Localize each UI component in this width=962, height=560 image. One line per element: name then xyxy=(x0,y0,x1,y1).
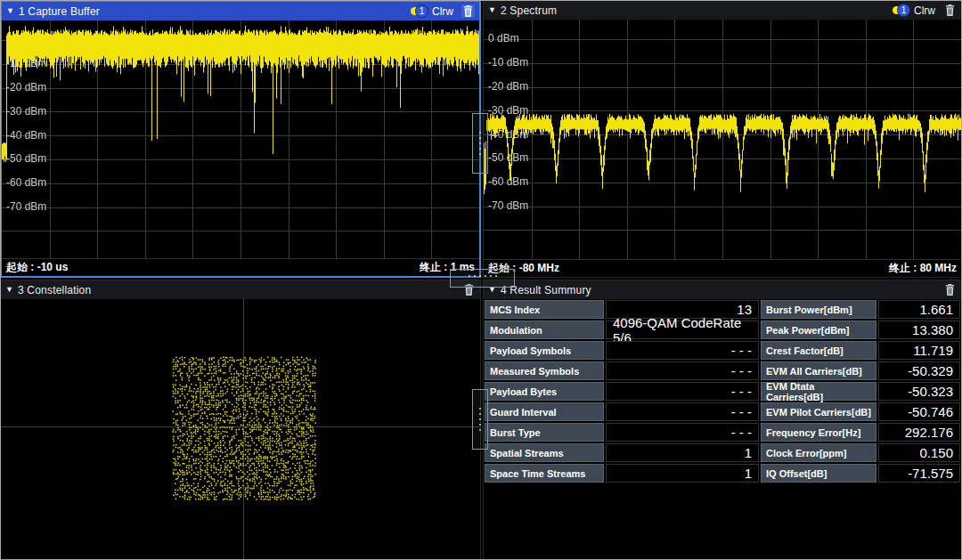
trash-icon xyxy=(945,4,955,16)
result-value-cell: - - - xyxy=(606,423,759,442)
result-label-cell: Spatial Streams xyxy=(485,443,604,462)
result-value-cell: - - - xyxy=(606,402,759,421)
result-label-cell: Payload Bytes xyxy=(485,382,604,401)
spectrum-plot-area[interactable] xyxy=(484,20,961,259)
window-constellation: ▼ 3 Constellation xyxy=(0,280,481,560)
result-label-cell: Space Time Streams xyxy=(485,464,604,483)
result-label-cell: IQ Offset[dB] xyxy=(761,464,876,483)
result-value-cell: -50.323 xyxy=(878,382,960,401)
titlebar-capture-buffer[interactable]: ▼ 1 Capture Buffer 1 Clrw xyxy=(2,2,479,20)
titlebar-spectrum[interactable]: ▼ 2 Spectrum 1 Clrw xyxy=(484,1,961,20)
trace-mode-label: Clrw xyxy=(914,4,935,17)
capture-buffer-plot-area[interactable] xyxy=(2,20,479,258)
result-value-cell: 1 xyxy=(606,443,759,462)
result-value-cell: - - - xyxy=(606,382,759,401)
result-label-cell: Measured Symbols xyxy=(485,361,604,380)
window-title: 3 Constellation xyxy=(18,284,91,296)
window-result-summary: ▼ 4 Result Summury MCS Index13Burst Powe… xyxy=(483,280,962,560)
trace-number-badge: 1 xyxy=(897,4,910,17)
result-label-cell: Burst Power[dBm] xyxy=(761,300,876,319)
trace-indicator[interactable]: 1 Clrw xyxy=(411,4,453,18)
x-axis-start-label: 起始 : -10 us xyxy=(6,260,68,275)
splitter-handle-vertical-top[interactable] xyxy=(472,113,488,174)
capture-buffer-plot-canvas[interactable] xyxy=(2,20,479,258)
result-label-cell: Crest Factor[dB] xyxy=(761,341,876,360)
window-capture-buffer: ▼ 1 Capture Buffer 1 Clrw 起始 : -10 us 终止… xyxy=(0,0,481,278)
result-label-cell: Guard Interval xyxy=(485,402,604,421)
delete-window-button[interactable] xyxy=(943,283,957,296)
result-label-cell: Burst Type xyxy=(485,423,604,442)
collapse-arrow-icon[interactable]: ▼ xyxy=(5,286,13,294)
x-axis-stop-label: 终止 : 80 MHz xyxy=(889,261,957,276)
result-value-cell: 1 xyxy=(606,464,759,483)
constellation-plot-area[interactable] xyxy=(1,299,480,559)
trace-mode-label: Clrw xyxy=(432,5,453,18)
window-title: 2 Spectrum xyxy=(501,4,557,17)
trace-number-badge: 1 xyxy=(415,4,428,18)
result-value-cell: 4096-QAM CodeRate 5/6 xyxy=(606,321,759,339)
trash-icon xyxy=(463,5,473,17)
spectrum-plot-canvas[interactable] xyxy=(484,20,961,259)
collapse-arrow-icon[interactable]: ▼ xyxy=(6,7,14,15)
result-label-cell: EVM All Carriers[dB] xyxy=(761,361,876,380)
titlebar-constellation[interactable]: ▼ 3 Constellation xyxy=(1,280,480,299)
result-label-cell: Payload Symbols xyxy=(485,341,604,360)
result-value-cell: -71.575 xyxy=(878,464,960,483)
splitter-handle-vertical-bottom[interactable] xyxy=(472,389,488,450)
trace-indicator[interactable]: 1 Clrw xyxy=(893,4,935,17)
delete-window-button[interactable] xyxy=(943,4,957,17)
splitter-handle-horizontal-center[interactable] xyxy=(450,269,515,288)
result-value-cell: 0.150 xyxy=(878,443,960,462)
result-label-cell: Frequency Error[Hz] xyxy=(761,423,876,442)
delete-window-button[interactable] xyxy=(461,4,475,18)
result-label-cell: Peak Power[dBm] xyxy=(761,321,876,339)
trash-icon xyxy=(945,284,955,296)
capture-buffer-x-axis-bar: 起始 : -10 us 终止 : 1 ms xyxy=(2,258,479,276)
result-value-cell: 292.176 xyxy=(878,423,960,442)
result-value-cell: - - - xyxy=(606,361,759,380)
window-title: 1 Capture Buffer xyxy=(19,5,100,18)
result-value-cell: 1.661 xyxy=(878,300,960,319)
spectrum-x-axis-bar: 起始 : -80 MHz 终止 : 80 MHz xyxy=(484,259,961,277)
result-summary-table: MCS Index13Burst Power[dBm]1.661Modulati… xyxy=(485,300,960,483)
result-label-cell: Modulation xyxy=(485,321,604,339)
result-value-cell: 13.380 xyxy=(878,321,960,339)
result-value-cell: - - - xyxy=(606,341,759,360)
titlebar-result-summary[interactable]: ▼ 4 Result Summury xyxy=(484,280,961,299)
collapse-arrow-icon[interactable]: ▼ xyxy=(488,6,496,14)
result-label-cell: Clock Error[ppm] xyxy=(761,443,876,462)
result-label-cell: EVM Pilot Carriers[dB] xyxy=(761,402,876,421)
window-spectrum: ▼ 2 Spectrum 1 Clrw 起始 : -80 MHz 终止 : 80… xyxy=(483,0,962,278)
result-value-cell: -50.329 xyxy=(878,361,960,380)
result-label-cell: EVM Dtata Carriers[dB] xyxy=(761,382,876,401)
result-label-cell: MCS Index xyxy=(485,300,604,319)
result-value-cell: 11.719 xyxy=(878,341,960,360)
result-value-cell: -50.746 xyxy=(878,402,960,421)
constellation-plot-canvas[interactable] xyxy=(1,299,480,559)
